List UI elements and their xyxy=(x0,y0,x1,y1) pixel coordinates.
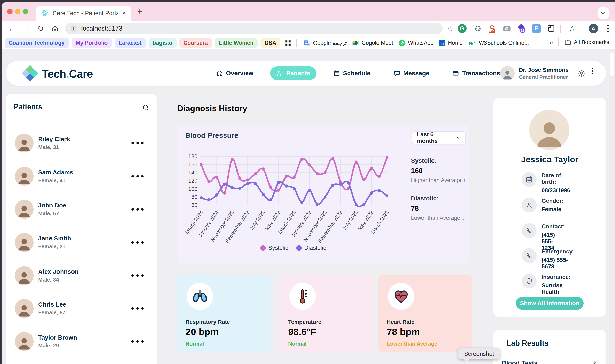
field-label: Emergency: xyxy=(541,248,574,255)
nav-schedule[interactable]: Schedule xyxy=(327,66,377,80)
lab-results-title: Lab Results xyxy=(507,339,549,348)
patient-options-icon[interactable] xyxy=(136,307,139,310)
bookmark-pill[interactable]: DSA xyxy=(261,38,280,48)
close-window-button[interactable] xyxy=(7,9,13,14)
home-icon xyxy=(216,70,223,77)
systolic-note: Higher than Average ↑ xyxy=(411,177,469,183)
svg-text:160: 160 xyxy=(188,161,197,168)
patient-profile-panel: Jessica Taylor Date of birth:08/23/1996 … xyxy=(494,98,606,317)
browser-window: Care.Tech - Patient Portal × + ← → ↻ loc… xyxy=(2,2,615,364)
patient-meta: Male, 29 xyxy=(38,342,77,349)
vital-status: Lower than Average xyxy=(387,341,437,347)
show-all-information-button[interactable]: Show All Information xyxy=(516,297,584,310)
reading-list-star-icon[interactable]: ☆ xyxy=(567,21,578,37)
tab-close-icon[interactable]: × xyxy=(122,10,126,16)
divider xyxy=(558,38,559,46)
reload-icon[interactable]: ↻ xyxy=(35,21,46,37)
purple-badge-extension-icon[interactable]: 13 xyxy=(516,23,527,34)
url-text[interactable]: localhost:5173 xyxy=(81,25,122,32)
download-icon[interactable] xyxy=(591,360,598,364)
settings-gear-icon[interactable] xyxy=(577,69,586,78)
page-scrollbar-thumb[interactable] xyxy=(610,52,614,76)
systolic-label: Systolic: xyxy=(411,157,469,164)
patient-avatar xyxy=(15,167,34,186)
field-value: 08/23/1996 xyxy=(541,187,570,194)
patient-row-john-doe[interactable]: John DoeMale, 57 xyxy=(6,198,157,221)
bookmark-pill[interactable]: Coursera xyxy=(179,38,212,48)
patient-row-chris-lee[interactable]: Chris LeeFemale, 57 xyxy=(6,297,157,320)
google-translate-icon: GA↓ xyxy=(304,39,311,47)
svg-text:180: 180 xyxy=(188,153,197,159)
patient-options-icon[interactable] xyxy=(136,274,139,277)
bookmark-pill[interactable]: Coalition Technology xyxy=(4,38,69,48)
nav-patients[interactable]: Patients xyxy=(270,66,316,80)
patient-avatar xyxy=(15,200,34,219)
tab-search-chevron-button[interactable] xyxy=(598,7,609,19)
camera-extension-icon[interactable] xyxy=(502,23,512,34)
extensions-icon[interactable] xyxy=(546,23,556,34)
bookmark-pill[interactable]: bagisto xyxy=(149,38,177,48)
bookmark-w3schools[interactable]: W3 W3Schools Online... xyxy=(468,39,529,47)
legend-diastolic: Diastolic xyxy=(296,245,326,251)
app-page: Tech.Care Overview Patients Schedule Me xyxy=(2,49,615,364)
vital-label: Respiratory Rate xyxy=(185,319,230,325)
patient-row-alex-johnson[interactable]: Alex JohnsonMale, 34 xyxy=(6,264,157,287)
forward-icon[interactable]: → xyxy=(21,21,32,37)
svg-text:80: 80 xyxy=(191,194,197,200)
patient-avatar xyxy=(15,233,34,252)
bookmark-star-icon[interactable]: ☆ xyxy=(445,21,455,37)
patient-options-icon[interactable] xyxy=(136,241,139,244)
search-icon[interactable] xyxy=(142,104,149,111)
all-bookmarks-button[interactable]: All Bookmarks xyxy=(564,39,609,46)
bookmark-whatsapp[interactable]: WhatsApp xyxy=(399,39,434,47)
bookmark-linkedin-home[interactable]: in Home xyxy=(439,40,463,46)
minimize-window-button[interactable] xyxy=(15,9,20,14)
site-info-icon[interactable] xyxy=(70,25,77,32)
nav-transactions[interactable]: Transactions xyxy=(446,66,506,80)
recycle-extension-icon[interactable]: ♻ xyxy=(472,21,483,37)
patient-options-icon[interactable] xyxy=(136,175,139,178)
doctor-avatar[interactable] xyxy=(500,66,515,80)
patient-row-sam-adams[interactable]: Sam AdamsFemale, 41 xyxy=(6,165,157,188)
main-nav: Overview Patients Schedule Message Trans… xyxy=(210,61,506,86)
patient-options-icon[interactable] xyxy=(136,208,139,210)
nav-message[interactable]: Message xyxy=(387,66,436,80)
patient-row-riley-clark[interactable]: Riley ClarkMale, 31 xyxy=(6,132,157,154)
page-scrollbar-track[interactable] xyxy=(609,49,615,364)
patient-avatar xyxy=(15,266,34,285)
browser-tab[interactable]: Care.Tech - Patient Portal × xyxy=(36,6,131,21)
profile-avatar-button[interactable]: A xyxy=(588,23,599,34)
patient-meta: Female, 21 xyxy=(38,243,71,250)
bookmark-pill[interactable]: Little Women xyxy=(215,38,258,48)
bookmark-pill[interactable]: My Portfolio xyxy=(72,38,112,48)
bookmark-pill[interactable]: Laracast xyxy=(115,38,146,48)
nav-overview[interactable]: Overview xyxy=(210,66,260,80)
person-icon xyxy=(522,198,536,212)
grammarly-extension-icon[interactable]: G xyxy=(457,23,467,34)
chart-legend: Systolic Diastolic xyxy=(260,245,326,251)
new-tab-button[interactable]: + xyxy=(137,7,143,17)
bookmarks-overflow-icon[interactable]: » xyxy=(549,38,553,46)
svg-text:July 2023: July 2023 xyxy=(249,209,266,231)
lab-result-row[interactable]: Blood Tests xyxy=(502,360,598,364)
heart-icon xyxy=(388,283,414,310)
vital-status: Normal xyxy=(185,341,204,347)
f-extension-icon[interactable]: F xyxy=(531,23,541,34)
field-label: Insurance: xyxy=(541,274,571,280)
seo-extension-icon[interactable]: S SEO xyxy=(487,23,497,34)
svg-text:July 2022: July 2022 xyxy=(341,209,359,231)
address-bar[interactable]: localhost:5173 xyxy=(65,23,443,34)
patient-options-icon[interactable] xyxy=(136,142,139,144)
bookmark-google-translate[interactable]: GA↓ Google ترجمة xyxy=(304,39,347,47)
bp-stats: Systolic: 160 Higher than Average ↑ Dias… xyxy=(411,157,469,221)
home-icon[interactable] xyxy=(49,21,61,37)
patient-options-icon[interactable] xyxy=(136,340,139,343)
back-icon[interactable]: ← xyxy=(6,21,18,37)
maximize-window-button[interactable] xyxy=(23,9,28,14)
bookmark-google-meet[interactable]: Gogole Meet xyxy=(352,39,393,47)
apps-grid-icon[interactable] xyxy=(285,39,291,47)
patient-row-taylor-brown[interactable]: Taylor BrownMale, 29 xyxy=(6,330,157,353)
browser-menu-kebab-icon[interactable] xyxy=(604,23,612,34)
patient-row-jane-smith[interactable]: Jane SmithFemale, 21 xyxy=(6,231,157,254)
vital-value: 98.6°F xyxy=(288,326,316,337)
